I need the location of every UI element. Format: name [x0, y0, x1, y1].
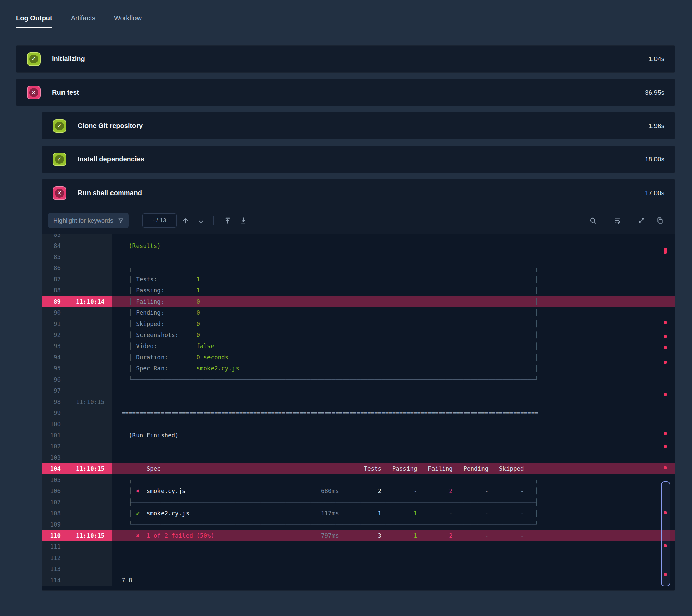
log-line-highlighted[interactable]: 11011:10:15 ✖ 1 of 2 failed (50%) 797ms … [42, 530, 675, 541]
copy-log-button[interactable] [653, 214, 667, 227]
line-number[interactable]: 83 [42, 234, 61, 240]
line-timestamp [61, 274, 112, 285]
line-timestamp [61, 330, 112, 341]
line-number[interactable]: 97 [42, 385, 61, 396]
log-line[interactable]: 102 [42, 441, 675, 452]
tab-workflow[interactable]: Workflow [114, 14, 142, 28]
line-timestamp [61, 251, 112, 263]
line-number[interactable]: 108 [42, 508, 61, 519]
log-line[interactable]: 1147 8 [42, 575, 675, 586]
fullscreen-button[interactable] [635, 214, 648, 227]
line-timestamp [61, 519, 112, 530]
line-content [112, 396, 675, 408]
log-line[interactable]: 99======================================… [42, 408, 675, 419]
line-number[interactable]: 84 [42, 240, 61, 251]
line-number[interactable]: 89 [42, 296, 61, 307]
line-number[interactable]: 99 [42, 408, 61, 419]
line-number[interactable]: 94 [42, 352, 61, 363]
log-line[interactable]: 92 │ Screenshots: 0 │ [42, 330, 675, 341]
line-number[interactable]: 106 [42, 486, 61, 497]
line-number[interactable]: 112 [42, 552, 61, 564]
log-line[interactable]: 93 │ Video: false │ [42, 341, 675, 352]
scroll-to-bottom-button[interactable] [237, 214, 250, 227]
log-line[interactable]: 95 │ Spec Ran: smoke2.cy.js │ [42, 363, 675, 374]
log-line[interactable]: 112 [42, 552, 675, 564]
search-button[interactable] [586, 214, 600, 227]
line-number[interactable]: 100 [42, 419, 61, 430]
line-number[interactable]: 103 [42, 452, 61, 463]
line-number[interactable]: 113 [42, 564, 61, 575]
section-run-shell-command[interactable]: ✕ Run shell command 17.00s [42, 179, 675, 207]
line-number[interactable]: 105 [42, 475, 61, 486]
line-number[interactable]: 95 [42, 363, 61, 374]
line-number[interactable]: 110 [42, 530, 61, 541]
log-line[interactable]: 106 │ ✖ smoke.cy.js 680ms 2 - 2 - - │ [42, 486, 675, 497]
log-line[interactable]: 103 [42, 452, 675, 463]
log-gutter: 10411:10:15 [42, 463, 112, 475]
log-line[interactable]: 101 (Run Finished) [42, 430, 675, 441]
log-line-highlighted[interactable]: 10411:10:15 Spec Tests Passing Failing P… [42, 463, 675, 475]
log-line[interactable]: 91 │ Skipped: 0 │ [42, 318, 675, 330]
log-line[interactable]: 97 [42, 385, 675, 396]
log-gutter: 107 [42, 497, 112, 508]
line-number[interactable]: 92 [42, 330, 61, 341]
line-number[interactable]: 90 [42, 307, 61, 318]
section-install-dependencies[interactable]: ✓ Install dependencies 18.00s [42, 146, 675, 173]
line-content [112, 234, 675, 240]
log-line[interactable]: 83 [42, 234, 675, 240]
line-number[interactable]: 107 [42, 497, 61, 508]
log-line[interactable]: 87 │ Tests: 1 │ [42, 274, 675, 285]
line-timestamp [61, 552, 112, 564]
line-timestamp [61, 234, 112, 240]
log-line[interactable]: 113 [42, 564, 675, 575]
scroll-to-top-button[interactable] [221, 214, 235, 227]
log-output-viewer[interactable]: 8384 (Results)8586 ┌────────────────────… [42, 234, 675, 590]
line-timestamp [61, 285, 112, 296]
log-line[interactable]: 85 [42, 251, 675, 263]
line-number[interactable]: 93 [42, 341, 61, 352]
line-number[interactable]: 85 [42, 251, 61, 263]
line-number[interactable]: 101 [42, 430, 61, 441]
wrap-lines-button[interactable] [610, 214, 624, 227]
section-initializing[interactable]: ✓ Initializing 1.04s [16, 45, 675, 73]
tab-bar: Log Output Artifacts Workflow [16, 14, 675, 28]
log-line[interactable]: 86 ┌────────────────────────────────────… [42, 263, 675, 274]
tab-log-output[interactable]: Log Output [16, 14, 52, 28]
keyword-highlight-input[interactable]: Highlight for keywords [48, 213, 129, 228]
line-number[interactable]: 111 [42, 541, 61, 552]
log-gutter: 109 [42, 519, 112, 530]
line-number[interactable]: 98 [42, 396, 61, 408]
line-number[interactable]: 104 [42, 463, 61, 475]
line-number[interactable]: 102 [42, 441, 61, 452]
log-line[interactable]: 105 ┌───────────────────────────────────… [42, 475, 675, 486]
log-line[interactable]: 96 └────────────────────────────────────… [42, 374, 675, 385]
tab-artifacts[interactable]: Artifacts [71, 14, 95, 28]
next-match-button[interactable] [194, 214, 208, 227]
log-line[interactable]: 108 │ ✔ smoke2.cy.js 117ms 1 1 - - - │ [42, 508, 675, 519]
section-run-test[interactable]: ✕ Run test 36.95s [16, 79, 675, 106]
log-gutter: 113 [42, 564, 112, 575]
line-number[interactable]: 87 [42, 274, 61, 285]
log-gutter: 93 [42, 341, 112, 352]
log-line[interactable]: 84 (Results) [42, 240, 675, 251]
line-number[interactable]: 114 [42, 575, 61, 586]
line-number[interactable]: 109 [42, 519, 61, 530]
line-number[interactable]: 88 [42, 285, 61, 296]
log-line[interactable]: 88 │ Passing: 1 │ [42, 285, 675, 296]
minimap-viewport[interactable] [661, 481, 670, 586]
log-line[interactable]: 90 │ Pending: 0 │ [42, 307, 675, 318]
log-line[interactable]: 94 │ Duration: 0 seconds │ [42, 352, 675, 363]
line-number[interactable]: 91 [42, 318, 61, 330]
log-line[interactable]: 109 └───────────────────────────────────… [42, 519, 675, 530]
log-line-highlighted[interactable]: 8911:10:14 │ Failing: 0 │ [42, 296, 675, 307]
log-gutter: 90 [42, 307, 112, 318]
log-line[interactable]: 111 [42, 541, 675, 552]
line-number[interactable]: 86 [42, 263, 61, 274]
previous-match-button[interactable] [179, 214, 192, 227]
line-number[interactable]: 96 [42, 374, 61, 385]
log-line[interactable]: 9811:10:15 [42, 396, 675, 408]
log-line[interactable]: 107 ├───────────────────────────────────… [42, 497, 675, 508]
job-steps: ✓ Initializing 1.04s ✕ Run test 36.95s ✓… [16, 45, 675, 591]
log-line[interactable]: 100 [42, 419, 675, 430]
section-clone-git-repository[interactable]: ✓ Clone Git repository 1.96s [42, 112, 675, 139]
